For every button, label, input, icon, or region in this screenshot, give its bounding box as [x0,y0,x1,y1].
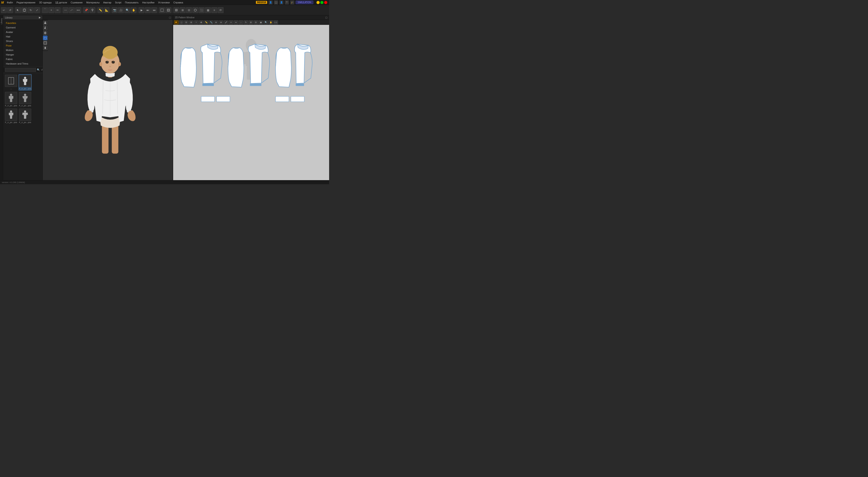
sim-badge[interactable]: SIMULATION [296,1,313,4]
menu-show[interactable]: Показывать [123,0,141,5]
nav-favorites[interactable]: Favorites [3,21,42,25]
menu-3d-garment[interactable]: 3D одежда [37,0,53,5]
support-icon[interactable]: 🎓 [290,0,294,4]
nav-avatar[interactable]: Avatar [3,30,42,34]
camera-pivot-tool[interactable]: 🎥 [118,7,124,13]
menu-file[interactable]: Файл [5,0,15,5]
pt-tool8[interactable]: ⊕ [214,20,218,24]
pt-tool19[interactable]: ✋ [269,20,273,24]
pt-tool12[interactable]: ⇔ [234,20,238,24]
extra-tool-2[interactable]: ⊟ [186,7,192,13]
extra-tool-5[interactable]: ▦ [205,7,211,13]
zoom-tool[interactable]: 🔍 [124,7,130,13]
search-icon[interactable]: 🔍 [37,68,40,71]
garment-view-tool[interactable] [43,36,48,40]
cut-tool[interactable]: ✂ [55,7,61,13]
nav-hair[interactable]: Hair [3,34,42,39]
measure-tool[interactable]: 📏 [97,7,103,13]
extra-tool-4[interactable]: ⬛ [199,7,205,13]
nav-shoes[interactable]: Shoes [3,39,42,43]
show-texture-button[interactable] [165,7,171,13]
pt-tool13[interactable]: ↕ [239,20,243,24]
transform-tool[interactable] [22,7,27,13]
select-tool[interactable] [15,7,21,13]
pt-arrow-tool[interactable] [174,20,179,24]
pattern-window[interactable]: 2D Pattern Window ▢ ◻ ⊟ ⊞ + 📏 🔧 ⊕ ⊗ ≡ ⇔ [173,15,329,184]
undo-button[interactable]: ↩ [1,7,7,13]
pt-tool5[interactable] [199,20,204,24]
menu-script[interactable]: Script [113,0,123,5]
pt-tool7[interactable]: 🔧 [209,20,213,24]
scale-tool[interactable]: ⤢ [34,7,40,13]
menu-edit[interactable]: Редактирование [15,0,37,5]
nav-hanger[interactable]: Hanger [3,53,42,57]
pt-deselect[interactable]: ⊟ [184,20,188,24]
segment-sew-tool[interactable] [75,7,81,13]
list-item[interactable]: F_A_po...pos [19,92,32,107]
list-item[interactable]: F_A_po...pos [19,108,32,124]
minimize-button[interactable] [316,1,320,4]
profile-icon[interactable]: 👤 [279,0,283,4]
avatar-side-view-tool[interactable] [43,26,48,30]
pt-tool3[interactable]: ⊞ [189,20,193,24]
redo-button[interactable]: ↺ [7,7,13,13]
close-button[interactable] [324,1,327,4]
refresh-icon[interactable]: ↺ [41,68,43,71]
menu-2d-parts[interactable]: 2Д детали [53,0,69,5]
nav-pose[interactable]: Pose [3,43,42,48]
render-button[interactable]: 🖼 [174,7,179,13]
face-view-tool[interactable] [43,31,48,35]
nav-hardware[interactable]: Hardware and Trims [3,61,42,66]
menu-materials[interactable]: Материалы [85,0,101,5]
nav-motion[interactable]: Motion [3,48,42,53]
pt-measure[interactable]: 📏 [204,20,209,24]
pt-tool16[interactable]: ⊟ [254,20,258,24]
list-item[interactable]: F_A_po...pos [4,92,18,107]
pt-tool4[interactable]: + [194,20,198,24]
rotate-tool[interactable]: ↻ [28,7,34,13]
list-item[interactable]: ... [4,74,18,91]
ruler-tool[interactable]: 📐 [104,7,110,13]
pt-tool18[interactable]: 🔍 [264,20,268,24]
pt-tool14[interactable]: ↻ [244,20,248,24]
pattern-canvas[interactable] [173,25,329,180]
extra-tool-1[interactable]: ⊞ [180,7,186,13]
small-view-tool[interactable] [43,45,48,50]
free-sew-tool[interactable] [69,7,75,13]
help-icon[interactable]: ? [285,0,289,4]
search-input[interactable] [5,68,36,72]
extra-tool-6[interactable]: ≡ [211,7,217,13]
headphone-icon[interactable]: 🎧 [274,0,278,4]
pt-tool10[interactable] [224,20,228,24]
pt-tool11[interactable]: ≡ [229,20,233,24]
list-item[interactable]: F_A_po...pos [4,108,18,124]
avatar-front-view-tool[interactable] [43,21,48,25]
camera-tool[interactable]: 📷 [112,7,118,13]
pattern-2d-view-tool[interactable] [43,41,48,45]
avatar-pin-tool[interactable] [90,7,95,13]
user-icon[interactable]: 👤 [269,0,273,4]
menu-help[interactable]: Справка [172,0,185,5]
sew-tool[interactable] [63,7,68,13]
pan-tool[interactable]: ✋ [131,7,136,13]
strip-tab-library[interactable]: Library [0,16,3,26]
sim-step-button[interactable]: ⏭ [145,7,151,13]
nav-garment[interactable]: Garment [3,25,42,30]
extra-tool-7[interactable]: ⟳ [218,7,223,13]
nav-fabric[interactable]: Fabric [3,57,42,61]
menu-settings[interactable]: Настройки [141,0,156,5]
menu-sewing[interactable]: Сшивание [69,0,85,5]
expand-icon[interactable]: ▶ [39,16,41,19]
maximize-button[interactable] [320,1,323,4]
menu-preferences[interactable]: Установки [156,0,172,5]
reset-button[interactable]: ⏮ [151,7,157,13]
pt-select-all[interactable]: ◻ [179,20,184,24]
viewport-expand-icon[interactable]: ▢ [169,16,171,19]
extra-tool-3[interactable] [192,7,198,13]
pt-zoom-reset[interactable]: 1:1 [274,20,278,24]
menu-avatar[interactable]: Аватар [101,0,113,5]
pin-tool[interactable]: 📌 [83,7,89,13]
list-item[interactable]: F_A_po...pos [19,74,32,91]
show-seam-button[interactable] [159,7,165,13]
pt-tool17[interactable]: ▣ [258,20,263,24]
